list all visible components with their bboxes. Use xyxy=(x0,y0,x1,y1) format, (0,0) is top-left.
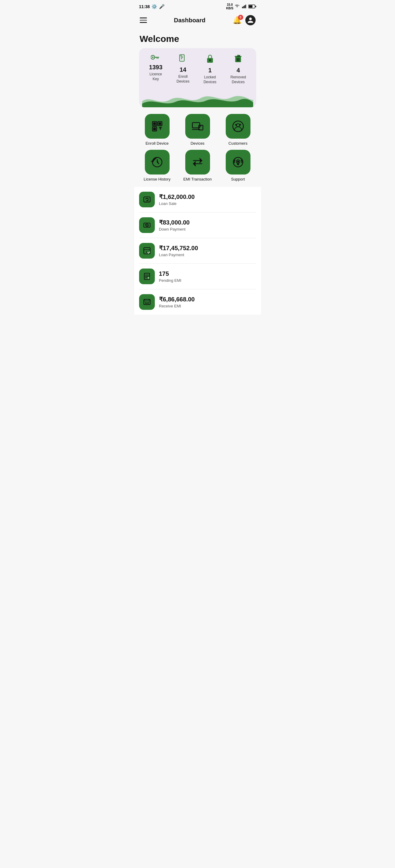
dnd-icon: 🎤 xyxy=(159,4,165,9)
svg-rect-2 xyxy=(244,5,245,8)
loan-sale-info: ₹1,62,000.00 Loan Sale xyxy=(159,193,195,206)
menu-support[interactable]: Support xyxy=(220,150,256,181)
header: Dashboard 🔔 0 xyxy=(134,12,261,30)
emi-transaction-icon-box xyxy=(185,150,210,175)
locked-devices-label: LockedDevices xyxy=(203,75,216,84)
loan-payment-info: ₹17,45,752.00 Loan Payment xyxy=(159,244,198,257)
receive-emi-icon-wrap xyxy=(139,294,155,310)
svg-rect-60 xyxy=(145,224,146,225)
loan-sale-label: Loan Sale xyxy=(159,201,195,206)
down-payment-amount: ₹83,000.00 xyxy=(159,219,190,226)
wave-decoration xyxy=(142,89,253,107)
svg-point-8 xyxy=(152,57,153,58)
loan-sale-icon-wrap xyxy=(139,192,155,207)
svg-point-59 xyxy=(146,224,147,226)
loan-payment-icon-wrap xyxy=(139,243,155,258)
svg-rect-11 xyxy=(156,58,157,59)
support-icon-box xyxy=(226,150,250,175)
down-payment-icon-wrap xyxy=(139,217,155,233)
licence-key-label: LicenceKey xyxy=(149,72,162,82)
finance-pending-emi[interactable]: 175 Pending EMI xyxy=(139,264,256,289)
finance-loan-sale[interactable]: ₹1,62,000.00 Loan Sale xyxy=(139,187,256,213)
header-icons: 🔔 0 xyxy=(233,15,256,25)
svg-rect-20 xyxy=(210,60,210,61)
stat-licence-key[interactable]: 1393 LicenceKey xyxy=(149,54,163,82)
enroll-icon: i xyxy=(179,54,187,64)
svg-rect-3 xyxy=(245,4,246,8)
svg-rect-9 xyxy=(154,57,159,58)
receive-emi-info: ₹6,86,668.00 Receive EMI xyxy=(159,296,195,308)
enroll-devices-number: 14 xyxy=(179,66,186,73)
status-indicators: 15.0 KB/S xyxy=(226,3,256,10)
menu-enroll-device[interactable]: Enroll Device xyxy=(139,114,175,146)
pending-emi-label: Pending EMI xyxy=(159,278,181,283)
licence-key-number: 1393 xyxy=(149,64,163,71)
pending-emi-amount: 175 xyxy=(159,270,181,277)
svg-rect-10 xyxy=(158,58,158,59)
enroll-device-icon-box xyxy=(145,114,170,138)
enroll-devices-label: EnrollDevices xyxy=(176,74,190,84)
finance-list: ₹1,62,000.00 Loan Sale ₹83,000.00 Down P… xyxy=(134,187,261,315)
avatar-button[interactable] xyxy=(245,15,256,25)
pending-emi-icon-wrap xyxy=(139,269,155,284)
stat-locked-devices[interactable]: 1 LockedDevices xyxy=(203,54,216,84)
lock-icon xyxy=(206,54,214,65)
svg-point-41 xyxy=(200,126,201,127)
license-history-icon-box xyxy=(145,150,170,175)
signal-icon xyxy=(242,4,247,9)
settings-icon: ⚙️ xyxy=(151,4,157,9)
receive-emi-amount: ₹6,86,668.00 xyxy=(159,296,195,303)
status-time: 11:38 ⚙️ 🎤 xyxy=(139,4,165,9)
svg-rect-56 xyxy=(144,201,150,202)
finance-receive-emi[interactable]: ₹6,86,668.00 Receive EMI xyxy=(139,289,256,315)
svg-point-51 xyxy=(237,161,239,163)
menu-support-label: Support xyxy=(231,177,245,181)
bell-button[interactable]: 🔔 0 xyxy=(233,16,242,24)
welcome-text: Welcome xyxy=(134,30,261,47)
svg-rect-52 xyxy=(237,164,239,165)
menu-license-history-label: License History xyxy=(144,177,170,181)
devices-icon-box xyxy=(185,114,210,138)
stats-row: 1393 LicenceKey i 14 EnrollDevices xyxy=(142,54,253,87)
menu-grid: Enroll Device Devices Customers xyxy=(134,113,261,187)
svg-rect-35 xyxy=(153,128,156,130)
loan-payment-label: Loan Payment xyxy=(159,253,198,257)
stat-enroll-devices[interactable]: i 14 EnrollDevices xyxy=(176,54,190,84)
menu-customers-label: Customers xyxy=(228,141,248,146)
svg-text:i: i xyxy=(182,57,182,60)
finance-down-payment[interactable]: ₹83,000.00 Down Payment xyxy=(139,213,256,238)
menu-license-history[interactable]: License History xyxy=(139,150,175,181)
svg-rect-1 xyxy=(243,6,244,8)
svg-rect-6 xyxy=(255,6,256,7)
receive-emi-label: Receive EMI xyxy=(159,304,195,308)
menu-enroll-device-label: Enroll Device xyxy=(145,141,169,146)
down-payment-info: ₹83,000.00 Down Payment xyxy=(159,219,190,231)
pending-emi-info: 175 Pending EMI xyxy=(159,270,181,283)
customers-icon-box xyxy=(226,114,250,138)
wifi-icon xyxy=(235,4,241,9)
loan-payment-amount: ₹17,45,752.00 xyxy=(159,244,198,252)
menu-devices[interactable]: Devices xyxy=(179,114,216,146)
svg-rect-37 xyxy=(160,127,161,130)
svg-rect-16 xyxy=(181,56,182,56)
finance-loan-payment[interactable]: ₹17,45,752.00 Loan Payment xyxy=(139,238,256,264)
hamburger-menu[interactable] xyxy=(140,18,147,23)
removed-devices-number: 4 xyxy=(236,67,240,74)
svg-rect-33 xyxy=(153,122,156,125)
locked-devices-number: 1 xyxy=(208,67,211,74)
svg-rect-0 xyxy=(242,7,243,8)
menu-devices-label: Devices xyxy=(190,141,204,146)
menu-emi-transaction-label: EMI Transaction xyxy=(184,177,212,181)
status-bar: 11:38 ⚙️ 🎤 15.0 KB/S xyxy=(134,0,261,12)
svg-point-43 xyxy=(236,124,239,127)
menu-emi-transaction[interactable]: EMI Transaction xyxy=(179,150,216,181)
svg-rect-34 xyxy=(159,122,161,125)
battery-icon xyxy=(248,4,256,9)
stat-removed-devices[interactable]: 4 RemovedDevices xyxy=(230,54,246,84)
svg-point-44 xyxy=(235,124,236,125)
header-title: Dashboard xyxy=(174,17,205,24)
svg-rect-5 xyxy=(249,5,252,7)
removed-devices-label: RemovedDevices xyxy=(230,75,246,84)
menu-customers[interactable]: Customers xyxy=(220,114,256,146)
key-icon xyxy=(151,54,161,62)
